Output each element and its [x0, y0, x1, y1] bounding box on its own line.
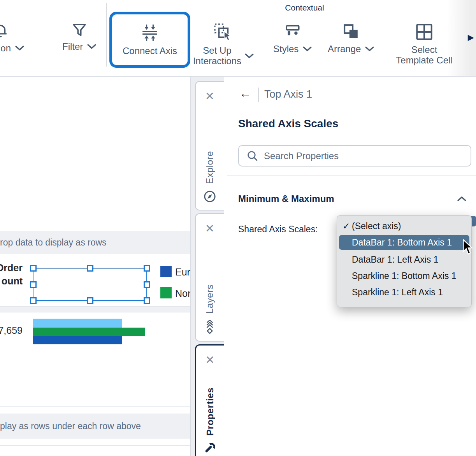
panel-divider: [227, 175, 476, 175]
drop-rows-hint-band: rop data to display as rows: [0, 231, 190, 254]
app-screen: Contextual tification Filter: [0, 0, 476, 456]
select-template-cell-label: Select Template Cell: [396, 44, 452, 65]
layers-icon: [204, 320, 216, 334]
toolbar-group-divider: [106, 3, 107, 67]
databar-chart[interactable]: [33, 319, 145, 344]
set-up-interactions-button[interactable]: Set Up Interactions: [192, 23, 255, 66]
arrange-button[interactable]: Arrange: [328, 23, 374, 54]
arrange-icon: [343, 23, 359, 40]
notification-button[interactable]: tification: [0, 23, 24, 53]
chevron-down-icon: [15, 46, 24, 51]
arrange-label: Arrange: [328, 44, 361, 54]
legend-swatch-0[interactable]: [160, 266, 172, 277]
chevron-down-icon: [303, 46, 312, 51]
search-properties-box[interactable]: [238, 145, 471, 167]
properties-panel: ← Top Axis 1 Shared Axis Scales Minimum …: [224, 77, 476, 456]
styles-paint-roller-icon: [285, 24, 301, 40]
chevron-up-icon[interactable]: [457, 196, 466, 202]
compass-icon: [204, 190, 216, 203]
legend-swatch-1[interactable]: [160, 287, 172, 298]
resize-handle-top-right[interactable]: [144, 265, 150, 272]
title-divider: [258, 88, 259, 102]
chevron-down-icon: [365, 46, 374, 51]
tab-layers-label: Layers: [204, 284, 215, 314]
min-max-group-header[interactable]: Minimum & Maximum: [238, 193, 334, 204]
resize-handle-bottom-left[interactable]: [30, 297, 37, 304]
resize-handle-bottom-right[interactable]: [144, 297, 150, 304]
mouse-cursor-icon: [462, 239, 474, 256]
set-up-interactions-icon: [214, 23, 233, 41]
legend-label-1: Nor: [175, 288, 191, 299]
tab-layers[interactable]: ✕ Layers: [195, 213, 224, 342]
styles-label: Styles: [273, 44, 299, 54]
data-bar-0[interactable]: [33, 319, 122, 328]
axis-select-control-edge[interactable]: [471, 216, 476, 226]
section-heading: Shared Axis Scales: [238, 118, 338, 130]
drop-under-hint-band: play as rows under each row above: [0, 414, 190, 438]
connect-axis-label: Connect Axis: [123, 46, 177, 56]
search-properties-input[interactable]: [263, 150, 448, 162]
canvas-divider: [0, 445, 190, 446]
set-up-interactions-label: Set Up Interactions: [193, 45, 241, 66]
data-bar-1[interactable]: [33, 328, 145, 336]
toolbar-expand-arrow-icon[interactable]: ▶: [468, 33, 474, 42]
close-icon[interactable]: ✕: [205, 223, 214, 234]
template-grid-icon: [416, 23, 433, 40]
dropdown-option-sparkline1-left-axis1[interactable]: Sparkline 1: Left Axis 1: [339, 284, 469, 300]
canvas-divider: [0, 406, 190, 407]
dropdown-option-label: DataBar 1: Bottom Axis 1: [352, 237, 452, 248]
ribbon-toolbar: Contextual tification Filter: [0, 0, 476, 77]
resize-handle-bottom-center[interactable]: [87, 297, 93, 304]
styles-button[interactable]: Styles: [273, 24, 312, 54]
row-separator-band: [0, 306, 190, 312]
close-icon[interactable]: ✕: [205, 90, 214, 102]
tab-explore[interactable]: ✕ Explore: [195, 81, 224, 210]
shared-axis-scales-label: Shared Axis Scales:: [238, 224, 318, 235]
check-icon: ✓: [343, 221, 350, 232]
dropdown-option-databar1-bottom-axis1[interactable]: DataBar 1: Bottom Axis 1: [339, 235, 469, 250]
tab-properties[interactable]: ✕ Properties: [195, 344, 224, 456]
dropdown-option-select-axis[interactable]: ✓ (Select axis): [339, 218, 469, 234]
close-icon[interactable]: ✕: [205, 354, 214, 366]
tab-explore-label: Explore: [204, 151, 215, 184]
resize-handle-top-left[interactable]: [30, 265, 37, 272]
design-canvas: rop data to display as rows Order ount E…: [0, 77, 191, 456]
panel-title: Top Axis 1: [264, 88, 312, 100]
bar-value-label: 7,659: [0, 325, 23, 336]
dropdown-option-label: Sparkline 1: Bottom Axis 1: [352, 271, 456, 281]
search-icon: [247, 150, 258, 161]
wrench-icon: [205, 442, 216, 453]
resize-handle-mid-left[interactable]: [30, 281, 37, 288]
dropdown-option-sparkline1-bottom-axis1[interactable]: Sparkline 1: Bottom Axis 1: [339, 268, 469, 284]
filter-label: Filter: [62, 41, 83, 52]
filter-button[interactable]: Filter: [62, 23, 96, 52]
dropdown-option-label: Sparkline 1: Left Axis 1: [352, 287, 443, 298]
row-header-label: Order ount: [0, 261, 23, 288]
dropdown-option-databar1-left-axis1[interactable]: DataBar 1: Left Axis 1: [339, 251, 469, 268]
connect-axis-icon: [141, 24, 159, 42]
legend-label-0: Eur: [175, 267, 190, 278]
tab-properties-label: Properties: [205, 388, 216, 436]
back-arrow-icon[interactable]: ←: [239, 87, 251, 100]
bell-icon: [0, 23, 8, 39]
dropdown-option-label: DataBar 1: Left Axis 1: [352, 254, 438, 265]
connect-axis-button[interactable]: Connect Axis: [109, 12, 190, 68]
chevron-down-icon: [87, 44, 96, 49]
side-tab-strip: ✕ Explore ✕ Layers ✕ Properties: [191, 77, 224, 456]
data-bar-2[interactable]: [33, 336, 122, 344]
dropdown-option-label: (Select axis): [352, 221, 401, 232]
resize-handle-top-center[interactable]: [87, 265, 93, 272]
ribbon-group-label: Contextual: [269, 3, 341, 12]
resize-handle-mid-right[interactable]: [144, 281, 150, 288]
chevron-down-icon: [245, 53, 254, 58]
filter-icon: [72, 23, 87, 37]
shared-axis-dropdown-menu: ✓ (Select axis) DataBar 1: Bottom Axis 1…: [337, 215, 472, 307]
notification-label: tification: [0, 43, 11, 53]
